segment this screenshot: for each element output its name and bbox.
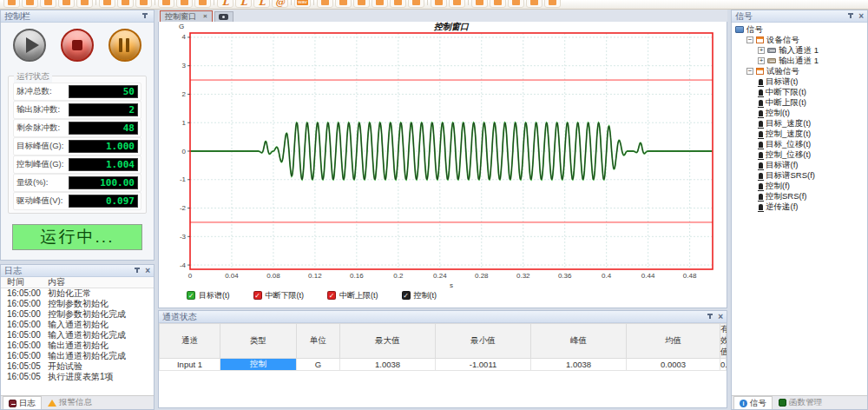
column-header[interactable]: 均值 [627,324,720,359]
toolbar-button[interactable] [194,0,211,8]
legend-item[interactable]: ✓目标谱(t) [187,290,230,301]
pin-icon[interactable] [134,268,141,274]
close-icon[interactable]: × [858,12,864,21]
channel-status-panel: 通道状态 × 通道类型单位最大值最小值峰值均值有效值 Input 1控制G1.0… [158,310,727,408]
tab-control-window[interactable]: 控制窗口 × [160,10,213,22]
toolbar-button[interactable] [58,0,75,8]
channel-row[interactable]: Input 1控制G1.0038-1.00111.00380.00030.572… [160,359,727,371]
toolbar-button[interactable] [117,0,134,8]
tree-root-signal[interactable]: 信号 [732,24,867,35]
legend-item[interactable]: ✓控制(t) [402,290,437,301]
stop-button[interactable] [61,29,94,62]
toolbar-button[interactable] [544,0,561,8]
column-header[interactable]: 类型 [220,324,297,359]
tab-signal[interactable]: 信号 [733,396,773,409]
tree-item[interactable]: 目标_位移(t) [732,139,867,149]
tree-item[interactable]: 逆传递(f) [732,202,867,212]
close-icon[interactable]: × [718,313,723,321]
toolbar-button[interactable] [335,0,352,8]
toolbar-button[interactable] [508,0,524,8]
toolbar-button[interactable]: wav [294,0,311,8]
toolbar-button[interactable] [408,0,424,8]
pin-icon[interactable] [141,13,148,20]
legend-item[interactable]: ✓中断上限(t) [327,290,378,301]
toolbar-button[interactable] [431,0,447,8]
tree-item[interactable]: 控制_速度(t) [732,129,867,139]
tree-item[interactable]: 目标谱(t) [732,76,867,87]
tree-item[interactable]: 控制SRS(f) [732,191,867,202]
expand-icon[interactable]: + [758,57,765,64]
close-icon[interactable]: × [145,267,150,275]
column-header[interactable]: 最大值 [340,324,436,359]
play-icon [26,37,39,53]
tree-item[interactable]: −试验信号 [732,66,867,76]
toolbar-button[interactable] [490,0,506,8]
tree-item[interactable]: 中断下限(t) [732,87,867,97]
legend-checkbox[interactable]: ✓ [327,291,336,300]
expand-icon[interactable]: + [758,47,765,54]
toolbar-button[interactable] [353,0,370,8]
column-header[interactable]: 通道 [160,324,220,359]
tree-item[interactable]: +输出通道 1 [732,56,867,66]
toolbar-button[interactable] [99,0,115,8]
signal-icon [759,79,763,85]
toolbar-button[interactable]: L [217,0,233,8]
signal-icon [759,121,763,127]
legend-checkbox[interactable]: ✓ [402,291,411,300]
channel-panel-title: 通道状态 [162,311,197,323]
toolbar-button[interactable] [449,0,465,8]
tree-item[interactable]: 目标_速度(t) [732,118,867,129]
collapse-icon[interactable]: − [746,68,753,75]
field-label: 剩余脉冲数: [16,122,60,134]
preview-tab[interactable] [214,11,233,22]
tree-item[interactable]: 中断上限(t) [732,97,867,108]
log-message: 控制参数初始化 [46,299,154,309]
tree-item[interactable]: 控制(f) [732,181,867,191]
toolbar-button[interactable]: L [253,0,270,8]
legend-label: 目标谱(t) [199,290,230,301]
tree-item[interactable]: −设备信号 [732,35,867,45]
main-area: 控制栏 运行状态 脉冲总数:50输出脉冲数:2剩余脉冲数:48目标峰值(G):1… [0,10,868,410]
toolbar-button[interactable] [76,0,93,8]
toolbar-button[interactable]: L [235,0,252,8]
tree-item[interactable]: 控制_位移(t) [732,149,867,160]
log-panel: 日志 × 时间 内容 16:05:00初始化正常16:05:00控制参数初始化1… [0,264,155,410]
toolbar-button[interactable] [3,0,20,8]
pin-icon[interactable] [847,13,854,20]
tab-log[interactable]: 日志 [3,396,42,409]
toolbar-button[interactable] [135,0,152,8]
pin-icon[interactable] [707,314,713,321]
toolbar-button[interactable] [317,0,333,8]
tab-function-manager[interactable]: 函数管理 [773,396,827,409]
column-header[interactable]: 最小值 [436,324,531,359]
column-header[interactable]: 单位 [297,324,340,359]
control-window-chart[interactable]: 43210-1-2-3-400.040.080.120.160.20.240.2… [159,22,727,288]
column-header[interactable]: 峰值 [531,324,627,359]
legend-checkbox[interactable]: ✓ [187,291,195,300]
y-tick-label: -3 [180,233,187,241]
toolbar-button[interactable] [526,0,542,8]
toolbar-button[interactable] [22,0,38,8]
collapse-icon[interactable]: − [746,36,753,43]
pause-button[interactable] [108,29,141,62]
close-tab-icon[interactable]: × [203,12,207,21]
toolbar-button[interactable] [158,0,174,8]
toolbar-button[interactable] [372,0,388,8]
toolbar-button[interactable]: @ [272,0,288,8]
status-field: 输出脉冲数:2 [13,101,141,119]
legend-item[interactable]: ✓中断下限(t) [253,290,305,301]
toolbar-button[interactable] [471,0,488,8]
tree-item[interactable]: 控制(t) [732,108,867,118]
toolbar-button[interactable] [176,0,193,8]
start-button[interactable] [13,29,46,62]
toolbar-button[interactable] [40,0,56,8]
column-header[interactable]: 有效值 [720,324,727,359]
log-message: 输出通道初始化完成 [46,351,154,361]
tab-alarm-info[interactable]: 报警信息 [43,396,97,409]
tree-item[interactable]: +输入通道 1 [732,45,867,56]
legend-checkbox[interactable]: ✓ [253,291,262,300]
toolbar-button[interactable] [390,0,406,8]
tree-item[interactable]: 目标谱SRS(f) [732,170,867,181]
tree-item[interactable]: 目标谱(f) [732,160,867,170]
signal-icon [759,152,763,158]
